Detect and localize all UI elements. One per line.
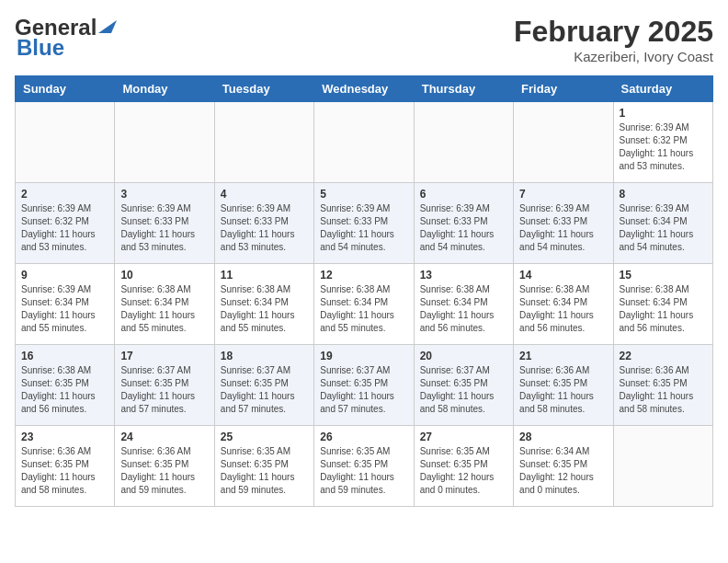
day-of-week-header: Wednesday (314, 76, 414, 102)
day-info: Sunrise: 6:38 AM Sunset: 6:34 PM Dayligh… (620, 283, 707, 335)
day-of-week-header: Thursday (414, 76, 513, 102)
day-number: 1 (620, 107, 707, 120)
day-info: Sunrise: 6:34 AM Sunset: 6:35 PM Dayligh… (519, 445, 607, 497)
calendar-day-cell: 18Sunrise: 6:37 AM Sunset: 6:35 PM Dayli… (214, 345, 313, 426)
day-info: Sunrise: 6:39 AM Sunset: 6:34 PM Dayligh… (620, 202, 707, 254)
day-number: 14 (519, 269, 607, 282)
day-info: Sunrise: 6:39 AM Sunset: 6:33 PM Dayligh… (320, 202, 407, 254)
calendar-table: SundayMondayTuesdayWednesdayThursdayFrid… (15, 75, 713, 507)
day-info: Sunrise: 6:39 AM Sunset: 6:33 PM Dayligh… (420, 202, 507, 254)
day-number: 13 (420, 269, 507, 282)
calendar-day-cell: 12Sunrise: 6:38 AM Sunset: 6:34 PM Dayli… (314, 264, 414, 345)
day-number: 17 (120, 350, 208, 362)
day-number: 25 (221, 431, 308, 443)
calendar-day-cell: 23Sunrise: 6:36 AM Sunset: 6:35 PM Dayli… (16, 426, 115, 507)
day-number: 28 (519, 431, 607, 443)
logo-blue: Blue (17, 35, 64, 61)
day-of-week-header: Friday (514, 76, 613, 102)
day-info: Sunrise: 6:38 AM Sunset: 6:34 PM Dayligh… (420, 283, 507, 335)
calendar-day-cell: 1Sunrise: 6:39 AM Sunset: 6:32 PM Daylig… (613, 102, 712, 183)
day-of-week-header: Sunday (16, 76, 115, 102)
page-header: General Blue February 2025 Kazeriberi, I… (15, 15, 713, 64)
day-info: Sunrise: 6:38 AM Sunset: 6:34 PM Dayligh… (320, 283, 407, 335)
day-number: 12 (320, 269, 407, 282)
calendar-day-cell (115, 102, 214, 183)
day-number: 5 (320, 188, 407, 201)
day-info: Sunrise: 6:39 AM Sunset: 6:32 PM Dayligh… (21, 202, 108, 254)
day-number: 18 (221, 350, 308, 362)
calendar-day-cell: 26Sunrise: 6:35 AM Sunset: 6:35 PM Dayli… (314, 426, 414, 507)
calendar-subtitle: Kazeriberi, Ivory Coast (514, 49, 713, 64)
day-info: Sunrise: 6:39 AM Sunset: 6:33 PM Dayligh… (221, 202, 308, 254)
calendar-day-cell: 11Sunrise: 6:38 AM Sunset: 6:34 PM Dayli… (214, 264, 313, 345)
calendar-week-row: 9Sunrise: 6:39 AM Sunset: 6:34 PM Daylig… (16, 264, 713, 345)
calendar-title-block: February 2025 Kazeriberi, Ivory Coast (514, 15, 713, 64)
day-info: Sunrise: 6:39 AM Sunset: 6:32 PM Dayligh… (620, 121, 707, 173)
day-info: Sunrise: 6:36 AM Sunset: 6:35 PM Dayligh… (21, 445, 108, 497)
calendar-header-row: SundayMondayTuesdayWednesdayThursdayFrid… (16, 76, 713, 102)
day-number: 19 (320, 350, 407, 362)
day-info: Sunrise: 6:36 AM Sunset: 6:35 PM Dayligh… (120, 445, 208, 497)
calendar-day-cell: 19Sunrise: 6:37 AM Sunset: 6:35 PM Dayli… (314, 345, 414, 426)
day-number: 26 (320, 431, 407, 443)
day-number: 11 (221, 269, 308, 282)
calendar-day-cell: 6Sunrise: 6:39 AM Sunset: 6:33 PM Daylig… (414, 183, 513, 264)
day-number: 10 (120, 269, 208, 282)
day-number: 3 (120, 188, 208, 201)
day-number: 9 (21, 269, 108, 282)
calendar-day-cell: 17Sunrise: 6:37 AM Sunset: 6:35 PM Dayli… (115, 345, 214, 426)
day-info: Sunrise: 6:37 AM Sunset: 6:35 PM Dayligh… (420, 364, 507, 416)
calendar-day-cell (414, 102, 513, 183)
calendar-day-cell: 24Sunrise: 6:36 AM Sunset: 6:35 PM Dayli… (115, 426, 214, 507)
day-info: Sunrise: 6:39 AM Sunset: 6:34 PM Dayligh… (21, 283, 108, 335)
calendar-day-cell (613, 426, 712, 507)
calendar-week-row: 23Sunrise: 6:36 AM Sunset: 6:35 PM Dayli… (16, 426, 713, 507)
day-number: 23 (21, 431, 108, 443)
day-info: Sunrise: 6:36 AM Sunset: 6:35 PM Dayligh… (519, 364, 607, 416)
day-of-week-header: Tuesday (214, 76, 313, 102)
calendar-week-row: 2Sunrise: 6:39 AM Sunset: 6:32 PM Daylig… (16, 183, 713, 264)
day-number: 8 (620, 188, 707, 201)
day-number: 15 (620, 269, 707, 282)
calendar-day-cell: 22Sunrise: 6:36 AM Sunset: 6:35 PM Dayli… (613, 345, 712, 426)
calendar-day-cell: 4Sunrise: 6:39 AM Sunset: 6:33 PM Daylig… (214, 183, 313, 264)
calendar-day-cell: 21Sunrise: 6:36 AM Sunset: 6:35 PM Dayli… (514, 345, 613, 426)
calendar-day-cell: 7Sunrise: 6:39 AM Sunset: 6:33 PM Daylig… (514, 183, 613, 264)
day-number: 2 (21, 188, 108, 201)
day-number: 21 (519, 350, 607, 362)
day-info: Sunrise: 6:35 AM Sunset: 6:35 PM Dayligh… (320, 445, 407, 497)
calendar-title: February 2025 (514, 15, 713, 49)
calendar-day-cell: 15Sunrise: 6:38 AM Sunset: 6:34 PM Dayli… (613, 264, 712, 345)
day-info: Sunrise: 6:36 AM Sunset: 6:35 PM Dayligh… (620, 364, 707, 416)
day-info: Sunrise: 6:35 AM Sunset: 6:35 PM Dayligh… (221, 445, 308, 497)
day-info: Sunrise: 6:35 AM Sunset: 6:35 PM Dayligh… (420, 445, 507, 497)
day-info: Sunrise: 6:39 AM Sunset: 6:33 PM Dayligh… (120, 202, 208, 254)
day-of-week-header: Monday (115, 76, 214, 102)
logo: General Blue (15, 15, 117, 61)
svg-marker-0 (98, 20, 117, 33)
calendar-day-cell: 14Sunrise: 6:38 AM Sunset: 6:34 PM Dayli… (514, 264, 613, 345)
day-info: Sunrise: 6:37 AM Sunset: 6:35 PM Dayligh… (120, 364, 208, 416)
calendar-week-row: 16Sunrise: 6:38 AM Sunset: 6:35 PM Dayli… (16, 345, 713, 426)
day-number: 6 (420, 188, 507, 201)
day-info: Sunrise: 6:38 AM Sunset: 6:34 PM Dayligh… (120, 283, 208, 335)
calendar-day-cell (514, 102, 613, 183)
day-of-week-header: Saturday (613, 76, 712, 102)
calendar-day-cell: 5Sunrise: 6:39 AM Sunset: 6:33 PM Daylig… (314, 183, 414, 264)
day-number: 4 (221, 188, 308, 201)
day-number: 16 (21, 350, 108, 362)
day-info: Sunrise: 6:38 AM Sunset: 6:34 PM Dayligh… (221, 283, 308, 335)
calendar-day-cell (16, 102, 115, 183)
calendar-day-cell: 27Sunrise: 6:35 AM Sunset: 6:35 PM Dayli… (414, 426, 513, 507)
day-info: Sunrise: 6:39 AM Sunset: 6:33 PM Dayligh… (519, 202, 607, 254)
calendar-day-cell (214, 102, 313, 183)
calendar-day-cell (314, 102, 414, 183)
day-info: Sunrise: 6:37 AM Sunset: 6:35 PM Dayligh… (320, 364, 407, 416)
logo-bird-icon (98, 17, 117, 35)
day-info: Sunrise: 6:37 AM Sunset: 6:35 PM Dayligh… (221, 364, 308, 416)
day-number: 24 (120, 431, 208, 443)
calendar-day-cell: 20Sunrise: 6:37 AM Sunset: 6:35 PM Dayli… (414, 345, 513, 426)
calendar-day-cell: 8Sunrise: 6:39 AM Sunset: 6:34 PM Daylig… (613, 183, 712, 264)
day-info: Sunrise: 6:38 AM Sunset: 6:35 PM Dayligh… (21, 364, 108, 416)
calendar-day-cell: 13Sunrise: 6:38 AM Sunset: 6:34 PM Dayli… (414, 264, 513, 345)
